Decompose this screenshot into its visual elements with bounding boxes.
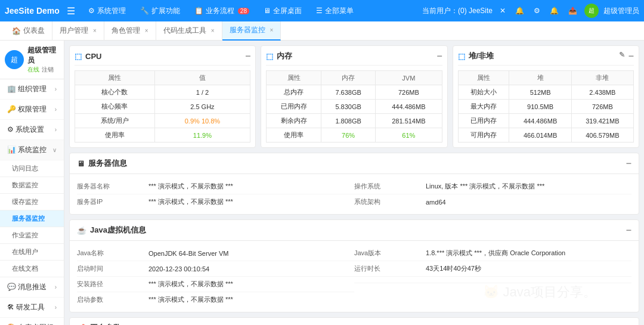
os-row: 操作系统 Linux, 版本 *** 演示模式，不展示数据 *** bbox=[354, 179, 631, 194]
table-row: 已用内存 5.830GB 444.486MB bbox=[267, 100, 442, 114]
perm-icon: 🔑 bbox=[7, 105, 16, 113]
table-row: 系统/用户 0.9% 10.8% bbox=[75, 114, 250, 128]
cpu-col-val: 值 bbox=[154, 71, 250, 85]
online-status[interactable]: 在线 bbox=[27, 66, 39, 74]
sidebar-item-sysmonitor[interactable]: 📊 系统监控 ∨ bbox=[0, 140, 64, 160]
all-menu-icon: ☰ bbox=[316, 7, 323, 15]
tab-close-user[interactable]: × bbox=[93, 27, 97, 34]
sidebar-subitem-online-users[interactable]: 在线用户 bbox=[0, 244, 64, 261]
run-time-row: 运行时长 43天14时40分47秒 bbox=[354, 261, 631, 277]
nav-extension[interactable]: 🔧 扩展功能 bbox=[134, 0, 186, 21]
jvm-name-label: Java名称 bbox=[77, 249, 148, 258]
server-info-title: 服务器信息 bbox=[88, 158, 127, 169]
brand-logo: JeeSite Demo bbox=[5, 6, 60, 16]
heap-card-header: ⬚ 堆/非堆 ✎ – bbox=[458, 51, 634, 66]
cpu-col-attr: 属性 bbox=[75, 71, 155, 85]
upload-icon[interactable]: 📤 bbox=[566, 7, 580, 15]
jvm-usage-value: 61% bbox=[376, 128, 442, 143]
sidebar-subitem-cache-monitor[interactable]: 缓存监控 bbox=[0, 194, 64, 211]
mem-usage-value: 76% bbox=[321, 128, 376, 143]
avatar: 超 bbox=[584, 4, 599, 18]
heap-col-heap: 堆 bbox=[509, 71, 571, 85]
nav-system-management[interactable]: ⚙ 系统管理 bbox=[82, 0, 132, 21]
memory-collapse-button[interactable]: – bbox=[437, 51, 442, 61]
platform-section: 📌 平台参数 – 当前工作路径 *** 演示模式，不展示数据 *** 日志存放路… bbox=[69, 317, 639, 325]
chevron-right-icon: › bbox=[55, 126, 57, 133]
sidebar-subitem-server-monitor[interactable]: 服务器监控 bbox=[0, 211, 64, 227]
arch-value: amd64 bbox=[426, 199, 631, 206]
tab-close-codegen[interactable]: × bbox=[211, 27, 215, 34]
settings-sidebar-icon: ⚙ bbox=[7, 125, 14, 134]
server-name-label: 服务器名称 bbox=[77, 182, 148, 191]
extension-icon: 🔧 bbox=[140, 7, 149, 15]
tab-user-management[interactable]: 用户管理 × bbox=[52, 21, 104, 41]
os-value: Linux, 版本 *** 演示模式，不展示数据 *** bbox=[426, 182, 631, 191]
jvm-path-row: 安装路径 *** 演示模式，不展示数据 *** bbox=[77, 277, 354, 292]
sidebar-item-perm[interactable]: 🔑 权限管理 › bbox=[0, 100, 64, 120]
cpu-collapse-button[interactable]: – bbox=[245, 51, 250, 61]
menu-toggle-icon[interactable]: ☰ bbox=[67, 5, 75, 17]
nav-all-menu[interactable]: ☰ 全部菜单 bbox=[310, 0, 360, 21]
sidebar-subitem-job-monitor[interactable]: 作业监控 bbox=[0, 227, 64, 244]
system-icon: ⚙ bbox=[88, 7, 95, 15]
sidebar-item-messaging[interactable]: 💬 消息推送 › bbox=[0, 277, 64, 298]
org-icon: 🏢 bbox=[7, 85, 16, 93]
arch-row: 系统架构 amd64 bbox=[354, 194, 631, 209]
java-version-value: 1.8.*** 演示模式 ***，供应商 Oracle Corporation bbox=[426, 249, 631, 258]
notification-icon[interactable]: 🔔 bbox=[513, 7, 527, 15]
memory-icon: ⬚ bbox=[266, 52, 273, 61]
logout-button[interactable]: 注销 bbox=[42, 66, 54, 74]
server-info-section: 🖥 服务器信息 – 服务器名称 *** 演示模式，不展示数据 *** 服务器IP… bbox=[69, 153, 639, 215]
mem-col-mem: 内存 bbox=[321, 71, 376, 85]
home-icon: 🏠 bbox=[12, 27, 21, 35]
tab-close-server-monitor[interactable]: × bbox=[270, 27, 274, 33]
tab-dashboard[interactable]: 🏠 仪表盘 bbox=[5, 21, 52, 41]
jvm-info-header: ☕ Java虚拟机信息 – bbox=[70, 220, 639, 241]
heap-title: 堆/非堆 bbox=[469, 51, 494, 61]
monitor-icon: 📊 bbox=[7, 146, 16, 154]
platform-title: 平台参数 bbox=[90, 323, 121, 325]
heap-edit-button[interactable]: ✎ bbox=[619, 51, 625, 61]
cpu-table: 属性 值 核心个数 1 / 2 核心频率 2.5 GHz bbox=[75, 70, 250, 143]
sidebar-item-devtools[interactable]: 🛠 研发工具 › bbox=[0, 298, 64, 318]
cpu-title: CPU bbox=[85, 52, 101, 61]
run-time-value: 43天14时40分47秒 bbox=[426, 264, 631, 273]
workflow-icon: 📋 bbox=[194, 7, 203, 15]
sidebar-subitem-online-docs[interactable]: 在线文档 bbox=[0, 261, 64, 277]
server-ip-value: *** 演示模式，不展示数据 *** bbox=[148, 197, 354, 206]
server-info-body: 服务器名称 *** 演示模式，不展示数据 *** 服务器IP *** 演示模式，… bbox=[70, 174, 639, 214]
desktop-icon: 🖥 bbox=[264, 7, 271, 15]
msg-icon: 💬 bbox=[7, 283, 16, 291]
main-layout: 超 超级管理员 在线 注销 🏢 组织管理 › 🔑 权限管理 › ⚙ 系统设置 ›… bbox=[0, 41, 644, 325]
heap-icon: ⬚ bbox=[458, 52, 465, 61]
close-icon[interactable]: ✕ bbox=[497, 7, 508, 15]
sidebar-item-custom-icons[interactable]: 🎨 自定义图标 › bbox=[0, 318, 64, 325]
platform-collapse-button[interactable]: – bbox=[626, 323, 631, 325]
tab-role-management[interactable]: 角色管理 × bbox=[104, 21, 156, 41]
sidebar-subitem-access-log[interactable]: 访问日志 bbox=[0, 160, 64, 177]
server-info-collapse-button[interactable]: – bbox=[626, 158, 631, 169]
nav-workflow[interactable]: 📋 业务流程 28 bbox=[188, 0, 255, 21]
jvm-args-value: *** 演示模式，不展示数据 *** bbox=[148, 295, 354, 304]
bell-icon[interactable]: 🔔 bbox=[547, 7, 561, 15]
sidebar-subitem-data-monitor[interactable]: 数据监控 bbox=[0, 177, 64, 194]
sidebar-item-settings[interactable]: ⚙ 系统设置 › bbox=[0, 120, 64, 140]
top-navigation: JeeSite Demo ☰ ⚙ 系统管理 🔧 扩展功能 📋 业务流程 28 🖥… bbox=[0, 0, 644, 21]
table-row: 初始大小 512MB 2.438MB bbox=[458, 85, 633, 100]
heap-card: ⬚ 堆/非堆 ✎ – 属性 堆 非堆 bbox=[453, 45, 639, 148]
current-user-label: 当前用户：(0) JeeSite bbox=[422, 6, 493, 16]
nav-desktop[interactable]: 🖥 全屏桌面 bbox=[258, 0, 308, 21]
admin-label: 超级管理员 bbox=[603, 6, 639, 16]
sidebar-item-org[interactable]: 🏢 组织管理 › bbox=[0, 79, 64, 100]
jvm-collapse-button[interactable]: – bbox=[626, 225, 631, 236]
jvm-name-value: OpenJDK 64-Bit Server VM bbox=[148, 250, 354, 257]
settings-icon[interactable]: ⚙ bbox=[531, 7, 543, 15]
tab-close-role[interactable]: × bbox=[145, 27, 148, 34]
table-row: 使用率 11.9% bbox=[75, 128, 250, 143]
tab-server-monitor[interactable]: 服务器监控 × bbox=[222, 21, 281, 41]
heap-collapse-button[interactable]: – bbox=[628, 51, 634, 61]
tab-code-gen[interactable]: 代码生成工具 × bbox=[156, 21, 222, 41]
jvm-path-value: *** 演示模式，不展示数据 *** bbox=[148, 280, 354, 289]
metrics-cards-row: ⬚ CPU – 属性 值 核心个数 1 / bbox=[69, 45, 639, 148]
jvm-args-row: 启动参数 *** 演示模式，不展示数据 *** bbox=[77, 292, 354, 307]
